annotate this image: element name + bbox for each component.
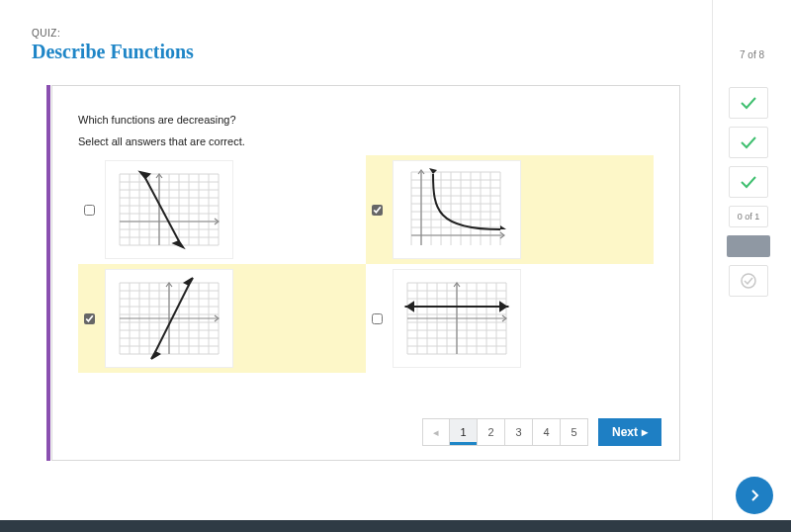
quiz-header: QUIZ: Describe Functions [0,0,702,63]
progress-item-current[interactable] [727,235,770,257]
accent-bar [46,85,50,461]
answer-checkbox-b[interactable] [372,205,383,216]
answer-graph-d [393,269,521,368]
chevron-right-icon [747,488,761,502]
answer-checkbox-d[interactable] [372,313,383,324]
answer-graph-a [105,160,233,259]
svg-marker-24 [140,172,149,178]
progress-sidebar: 7 of 8 0 of 1 [712,0,791,532]
next-label: Next [612,425,638,439]
next-button[interactable]: Next ▸ [598,418,661,446]
svg-marker-73 [185,278,193,285]
answer-checkbox-c[interactable] [84,313,95,324]
pager-page-4[interactable]: 4 [533,418,561,446]
svg-marker-100 [407,307,413,310]
quiz-title: Describe Functions [32,41,702,63]
caret-right-icon: ▸ [642,425,648,439]
answer-option-b[interactable] [366,155,654,264]
question-prompt: Which functions are decreasing? [78,114,654,126]
answer-option-a[interactable] [78,155,366,264]
answer-grid [78,155,654,373]
pager: ◂ 1 2 3 4 5 Next ▸ [422,418,661,446]
answer-graph-c [105,269,233,368]
question-card: Which functions are decreasing? Select a… [51,85,680,461]
answer-option-d[interactable] [366,264,654,373]
answer-graph-b [393,160,521,259]
answer-option-c[interactable] [78,264,366,373]
progress-item-pending[interactable] [729,265,768,297]
svg-marker-47 [429,168,437,174]
pager-page-3[interactable]: 3 [505,418,533,446]
pager-prev[interactable]: ◂ [422,418,450,446]
question-help: Select all answers that are correct. [78,135,654,147]
pager-page-5[interactable]: 5 [561,418,588,446]
answer-checkbox-a[interactable] [84,205,95,216]
svg-line-23 [145,178,179,241]
svg-marker-25 [174,241,183,247]
svg-marker-102 [500,307,506,310]
progress-item-score[interactable]: 0 of 1 [729,206,768,227]
progress-counter: 7 of 8 [713,49,791,60]
pager-page-1[interactable]: 1 [450,418,478,446]
quiz-label: QUIZ: [32,28,702,39]
quiz-main: QUIZ: Describe Functions Which functions… [0,0,702,532]
progress-item-3[interactable] [729,166,768,198]
next-fab[interactable] [736,477,773,514]
progress-item-2[interactable] [729,127,768,158]
pager-page-2[interactable]: 2 [478,418,505,446]
svg-marker-74 [151,352,159,359]
progress-item-1[interactable] [729,87,768,119]
os-taskbar [0,520,791,532]
svg-marker-48 [500,225,506,229]
svg-point-103 [742,274,755,288]
